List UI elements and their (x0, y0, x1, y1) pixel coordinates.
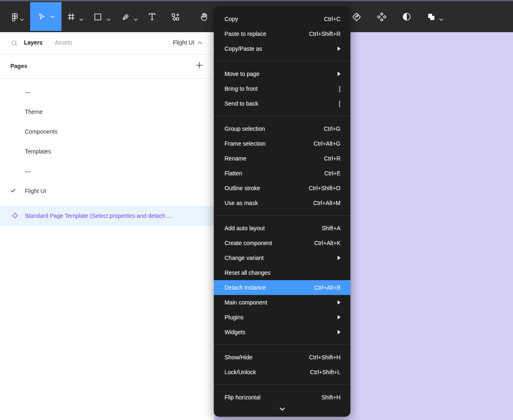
menu-item-label: Main component (225, 299, 267, 306)
component-add-icon (170, 12, 180, 22)
menu-item-label: Rename (225, 155, 246, 162)
menu-item-copy[interactable]: CopyCtrl+C (214, 12, 350, 26)
divider (0, 78, 214, 79)
create-component-button[interactable] (170, 1, 181, 32)
cursor-icon (37, 12, 46, 21)
menu-item-main-component[interactable]: Main component (214, 295, 350, 310)
menu-item-label: Copy (225, 16, 238, 22)
menu-item-add-auto-layout[interactable]: Add auto layoutShift+A (214, 221, 350, 236)
reset-instance-button[interactable] (351, 1, 362, 32)
menu-item-reset-all-changes[interactable]: Reset all changes (214, 265, 350, 280)
menu-item-bring-to-front[interactable]: Bring to front] (214, 81, 350, 96)
page-item-label: — (25, 168, 31, 175)
move-tool-caret-icon[interactable] (50, 15, 54, 18)
menu-item-use-as-mask[interactable]: Use as maskCtrl+Alt+M (214, 196, 350, 210)
pen-icon (121, 12, 131, 21)
submenu-arrow-icon (338, 47, 340, 51)
panel-header: Layers Assets Flight UI (0, 32, 214, 54)
boolean-group-caret-icon[interactable] (439, 15, 443, 23)
menu-item-shortcut: Ctrl+Shift+O (309, 185, 340, 191)
figma-app: { "toolbar": { "tools": [ {"id":"main-me… (0, 0, 513, 420)
pen-tool-caret-icon[interactable] (134, 15, 138, 23)
figma-logo-icon (10, 12, 19, 21)
menu-item-send-to-back[interactable]: Send to back[ (214, 96, 350, 111)
menu-item-label: Change variant (225, 255, 264, 261)
menu-item-shortcut: Ctrl+Shift+R (309, 31, 340, 37)
add-page-button[interactable] (196, 61, 203, 71)
frame-tool-button[interactable] (66, 1, 76, 32)
menu-item-label: Add auto layout (225, 225, 265, 231)
boolean-group-button[interactable] (425, 1, 437, 32)
hand-tool-button[interactable] (199, 1, 210, 32)
mask-contrast-icon (402, 12, 412, 22)
menu-divider (214, 61, 350, 61)
menu-item-label: Bring to front (225, 85, 258, 92)
mask-button[interactable] (400, 1, 413, 32)
menu-item-flip-horizontal[interactable]: Flip horizontalShift+H (214, 390, 350, 405)
submenu-arrow-icon (338, 72, 340, 76)
menu-item-copy-paste-as[interactable]: Copy/Paste as (214, 41, 350, 56)
left-panel: Layers Assets Flight UI Pages —ThemeComp… (0, 32, 214, 420)
move-tool-button[interactable] (30, 2, 61, 31)
menu-item-widgets[interactable]: Widgets (214, 325, 350, 340)
boolean-union-icon (426, 12, 436, 22)
page-item-label: Templates (25, 148, 51, 155)
menu-item-label: Widgets (225, 329, 246, 335)
page-item-theme[interactable]: Theme (0, 102, 214, 122)
pages-header: Pages (0, 54, 214, 78)
menu-item-shortcut: Ctrl+C (324, 16, 340, 22)
menu-item-shortcut: Ctrl+Alt+G (314, 140, 340, 147)
chevron-down-icon (279, 406, 286, 413)
frame-tool-caret-icon[interactable] (79, 15, 83, 23)
menu-item-detach-instance[interactable]: Detach instanceCtrl+Alt+B (214, 280, 350, 295)
menu-item-flatten[interactable]: FlattenCtrl+E (214, 166, 350, 181)
menu-item-rename[interactable]: RenameCtrl+R (214, 151, 350, 166)
component-button[interactable] (376, 1, 388, 32)
menu-item-label: Reset all changes (225, 269, 270, 276)
submenu-arrow-icon (338, 330, 340, 334)
shape-tool-caret-icon[interactable] (106, 15, 111, 23)
menu-item-shortcut: Ctrl+Alt+K (314, 240, 340, 246)
menu-divider (214, 215, 350, 216)
page-item-templates[interactable]: Templates (0, 142, 214, 161)
text-tool-button[interactable] (147, 1, 157, 32)
page-item-[interactable]: — (0, 82, 214, 102)
tab-layers[interactable]: Layers (24, 39, 43, 46)
page-item-label: Flight UI (25, 188, 46, 194)
menu-item-paste-to-replace[interactable]: Paste to replaceCtrl+Shift+R (214, 26, 350, 41)
menu-item-label: Outline stroke (225, 185, 260, 191)
page-item-[interactable]: — (0, 161, 214, 181)
menu-item-create-component[interactable]: Create componentCtrl+Alt+K (214, 236, 350, 250)
search-icon[interactable] (11, 40, 18, 49)
page-item-components[interactable]: Components (0, 122, 214, 142)
menu-item-label: Group selection (225, 125, 265, 132)
menu-item-lock-unlock[interactable]: Lock/UnlockCtrl+Shift+L (214, 365, 350, 380)
page-item-flight-ui[interactable]: Flight UI (0, 181, 214, 201)
menu-item-show-hide[interactable]: Show/HideCtrl+Shift+H (214, 350, 350, 365)
main-menu-caret-icon[interactable] (20, 15, 24, 23)
page-item-standard-page-template-select-properties[interactable]: Standard Page Template (Select propertie… (0, 206, 214, 226)
page-item-label: Standard Page Template (Select propertie… (25, 212, 172, 219)
submenu-arrow-icon (338, 256, 340, 260)
menu-item-label: Move to page (225, 71, 260, 77)
page-switcher[interactable]: Flight UI (173, 39, 202, 46)
menu-item-label: Show/Hide (225, 354, 253, 361)
menu-item-plugins[interactable]: Plugins (214, 310, 350, 325)
menu-item-shortcut: Ctrl+Alt+B (314, 284, 340, 291)
pen-tool-button[interactable] (121, 1, 131, 32)
tab-assets[interactable]: Assets (55, 39, 72, 46)
menu-scroll-more[interactable] (214, 405, 350, 415)
menu-item-change-variant[interactable]: Change variant (214, 250, 350, 265)
menu-item-outline-stroke[interactable]: Outline strokeCtrl+Shift+O (214, 181, 350, 196)
menu-item-move-to-page[interactable]: Move to page (214, 66, 350, 81)
menu-item-label: Lock/Unlock (225, 369, 256, 375)
shape-tool-button[interactable] (92, 1, 103, 32)
menu-item-label: Flip horizontal (225, 394, 260, 401)
menu-item-group-selection[interactable]: Group selectionCtrl+G (214, 121, 350, 136)
page-item-label: Theme (25, 109, 43, 115)
instance-diamond-icon (12, 212, 19, 220)
component-diamonds-icon (376, 12, 387, 22)
menu-item-label: Copy/Paste as (225, 45, 262, 52)
menu-item-frame-selection[interactable]: Frame selectionCtrl+Alt+G (214, 136, 350, 151)
page-switcher-label: Flight UI (173, 39, 194, 46)
